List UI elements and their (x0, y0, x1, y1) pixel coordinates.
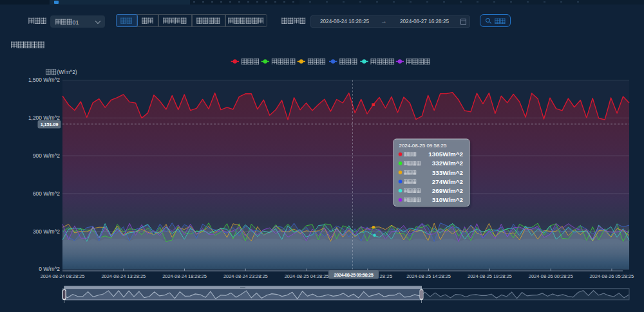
svg-text:600 W/m^2: 600 W/m^2 (33, 190, 60, 197)
svg-text:300 W/m^2: 300 W/m^2 (33, 228, 60, 235)
svg-text:1305W/m^2: 1305W/m^2 (428, 151, 463, 158)
svg-text:274W/m^2: 274W/m^2 (432, 178, 464, 185)
svg-text:0 W/m^2: 0 W/m^2 (39, 266, 60, 272)
svg-text:2024-08-24 13:28:25: 2024-08-24 13:28:25 (101, 273, 146, 279)
svg-text:310W/m^2: 310W/m^2 (432, 196, 464, 203)
svg-text:1,500 W/m^2: 1,500 W/m^2 (28, 77, 60, 83)
svg-text:2024-08-25 14:28:25: 2024-08-25 14:28:25 (406, 273, 451, 279)
svg-text:2024-08-24 23:28:25: 2024-08-24 23:28:25 (223, 273, 268, 279)
svg-text:1,151.09: 1,151.09 (41, 122, 59, 127)
svg-text:2024-08-26 05:28:25: 2024-08-26 05:28:25 (590, 273, 634, 279)
svg-text:1,200 W/m^2: 1,200 W/m^2 (28, 115, 60, 121)
svg-text:28:25: 28:25 (380, 273, 393, 279)
svg-text:332W/m^2: 332W/m^2 (432, 160, 464, 167)
svg-text:333W/m^2: 333W/m^2 (432, 169, 464, 176)
svg-text:2024-08-24 18:28:25: 2024-08-24 18:28:25 (162, 273, 207, 279)
svg-text:(W/m^2): (W/m^2) (57, 69, 77, 75)
svg-text:2024-08-26 00:28:25: 2024-08-26 00:28:25 (529, 273, 573, 279)
svg-text:2024-08-25 09:58:25: 2024-08-25 09:58:25 (399, 143, 447, 149)
svg-text:2024-08-25 09:58:25: 2024-08-25 09:58:25 (334, 272, 374, 278)
svg-text:2024-08-25 04:28:25: 2024-08-25 04:28:25 (285, 273, 329, 279)
svg-text:2024-08-25 19:28:25: 2024-08-25 19:28:25 (468, 273, 512, 279)
svg-text:269W/m^2: 269W/m^2 (432, 187, 464, 194)
svg-text:900 W/m^2: 900 W/m^2 (33, 152, 60, 159)
svg-text:2024-08-24 08:28:25: 2024-08-24 08:28:25 (41, 273, 85, 279)
